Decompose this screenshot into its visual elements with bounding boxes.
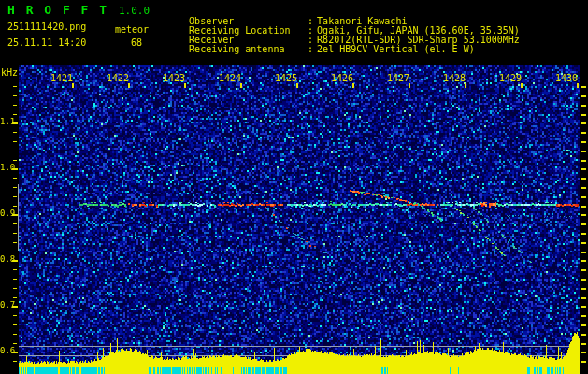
y-tick-label: 0.9 bbox=[0, 209, 15, 218]
x-tick-label: 1421 bbox=[49, 74, 73, 83]
y-tick-label: 0.7 bbox=[0, 301, 15, 309]
datetime-label: 25.11.11 14:20 bbox=[7, 38, 86, 48]
y-axis-unit: kHz bbox=[1, 68, 18, 78]
x-tick-label: 1422 bbox=[105, 74, 129, 83]
info-separator: : bbox=[308, 44, 317, 54]
x-tick-label: 1428 bbox=[441, 74, 466, 83]
file-name: 2511111420.png bbox=[7, 22, 86, 32]
x-tick-label: 1427 bbox=[385, 74, 409, 83]
hrofft-window: H R O F F T 1.0.0 2511111420.png meteor … bbox=[0, 0, 588, 374]
app-title: H R O F F T bbox=[7, 4, 108, 16]
x-tick-label: 1430 bbox=[553, 74, 578, 83]
mode-label: meteor bbox=[115, 25, 149, 35]
y-tick-label: 0.8 bbox=[0, 255, 15, 264]
y-tick-label: 1.1 bbox=[0, 118, 15, 126]
y-tick-label: 0.6 bbox=[0, 347, 15, 355]
info-label: Receiving antenna bbox=[189, 44, 308, 54]
x-tick-label: 1426 bbox=[329, 74, 353, 83]
x-tick-label: 1423 bbox=[161, 74, 185, 83]
y-tick-label: 1.0 bbox=[0, 164, 15, 172]
info-value: 2el-HB9CV Vertical (el. E-W) bbox=[317, 44, 475, 54]
x-tick-label: 1425 bbox=[273, 74, 297, 83]
app-version: 1.0.0 bbox=[119, 6, 150, 16]
x-tick-label: 1424 bbox=[217, 74, 241, 83]
x-tick-label: 1429 bbox=[497, 74, 522, 83]
echo-count: 68 bbox=[131, 38, 142, 48]
info-row-antenna: Receiving antenna:2el-HB9CV Vertical (el… bbox=[166, 34, 475, 65]
